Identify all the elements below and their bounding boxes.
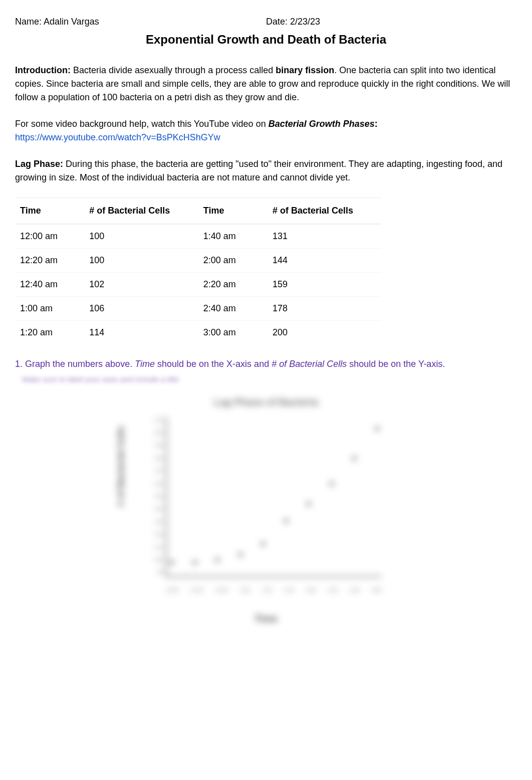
lag-phase-chart: Lag Phase of Bacteria # of Bacterial Cel… — [126, 392, 406, 622]
cell-count: 178 — [273, 302, 376, 315]
data-point — [260, 541, 265, 546]
th-time: Time — [20, 204, 89, 218]
lag-label: Lag Phase: — [15, 159, 63, 169]
video-colon: : — [375, 119, 378, 129]
date-field: Date: 2/23/23 — [256, 15, 517, 29]
data-point — [215, 557, 220, 562]
plot-area — [166, 417, 381, 577]
cell-time: 12:40 am — [20, 278, 89, 291]
chart-ylabel: # of Bacterial Cells — [114, 426, 128, 506]
cell-count: 106 — [89, 302, 193, 315]
table-row: 3:00 am 200 — [198, 320, 382, 344]
q-text-1: Graph the numbers above. — [25, 359, 135, 369]
x-tick: 12:40 — [215, 587, 228, 594]
table-row: 12:20 am 100 — [15, 248, 198, 272]
intro-text-1: Bacteria divide asexually through a proc… — [71, 65, 276, 75]
table-row: 1:40 am 131 — [198, 224, 382, 248]
x-tick: 3:00 — [371, 587, 381, 594]
date-label: Date: — [266, 17, 288, 27]
table-col-left: Time # of Bacterial Cells 12:00 am 100 1… — [15, 198, 198, 344]
cell-time: 1:20 am — [20, 326, 89, 339]
chart-title: Lag Phase of Bacteria — [214, 395, 319, 410]
y-ticks: 90100110120130140150160170180190200210 — [146, 417, 163, 577]
data-point — [352, 456, 357, 461]
lag-section: Lag Phase: During this phase, the bacter… — [15, 157, 517, 184]
y-tick: 120 — [146, 531, 163, 538]
cell-time: 3:00 am — [203, 326, 273, 339]
data-point — [306, 501, 311, 506]
y-tick: 140 — [146, 505, 163, 513]
header-row: Name: Adalin Vargas Date: 2/23/23 — [15, 15, 517, 29]
y-tick: 160 — [146, 480, 163, 488]
data-point — [375, 426, 380, 431]
y-tick: 210 — [146, 417, 163, 424]
table-row: 1:00 am 106 — [15, 296, 198, 320]
table-row: 2:00 am 144 — [198, 248, 382, 272]
table-header-row: Time # of Bacterial Cells — [198, 198, 382, 224]
table-header-row: Time # of Bacterial Cells — [15, 198, 198, 224]
intro-term: binary fission — [276, 65, 334, 75]
name-value: Adalin Vargas — [44, 17, 99, 27]
intro-section: Introduction: Bacteria divide asexually … — [15, 64, 517, 104]
table-col-right: Time # of Bacterial Cells 1:40 am 131 2:… — [198, 198, 382, 344]
cell-time: 2:40 am — [203, 302, 273, 315]
chart-container: Lag Phase of Bacteria # of Bacterial Cel… — [15, 392, 517, 622]
name-field: Name: Adalin Vargas — [15, 15, 256, 29]
data-point — [238, 552, 243, 557]
cell-time: 1:00 am — [20, 302, 89, 315]
cell-count: 131 — [273, 230, 376, 243]
y-tick: 190 — [146, 442, 163, 449]
q-text-2: should be on the X-axis and — [155, 359, 272, 369]
lag-text: During this phase, the bacteria are gett… — [15, 159, 502, 182]
q-cells-word: # of Bacterial Cells — [272, 359, 347, 369]
y-tick: 200 — [146, 429, 163, 437]
th-count: # of Bacterial Cells — [89, 204, 193, 218]
table-row: 12:40 am 102 — [15, 272, 198, 296]
th-time: Time — [203, 204, 273, 218]
y-tick: 110 — [146, 544, 163, 551]
cell-time: 12:20 am — [20, 254, 89, 267]
table-row: 12:00 am 100 — [15, 224, 198, 248]
cell-count: 159 — [273, 278, 376, 291]
cell-count: 102 — [89, 278, 193, 291]
cell-time: 2:20 am — [203, 278, 273, 291]
cell-time: 1:40 am — [203, 230, 273, 243]
y-tick: 100 — [146, 556, 163, 564]
x-ticks: 12:0012:2012:401:001:201:402:002:202:403… — [166, 587, 381, 594]
video-title: Bacterial Growth Phases — [269, 119, 375, 129]
x-tick: 1:00 — [240, 587, 249, 594]
cell-count: 200 — [273, 326, 376, 339]
x-tick: 12:20 — [190, 587, 203, 594]
table-row: 2:40 am 178 — [198, 296, 382, 320]
x-tick: 1:20 — [262, 587, 272, 594]
y-tick: 180 — [146, 455, 163, 462]
data-point — [329, 481, 334, 486]
question-1: 1. Graph the numbers above. Time should … — [15, 357, 517, 371]
x-tick: 12:00 — [166, 587, 178, 594]
x-tick: 2:40 — [350, 587, 359, 594]
data-table: Time # of Bacterial Cells 12:00 am 100 1… — [15, 198, 381, 344]
video-link[interactable]: https://www.youtube.com/watch?v=BsPKcHSh… — [15, 132, 220, 142]
table-row: 1:20 am 114 — [15, 320, 198, 344]
x-tick: 1:40 — [284, 587, 293, 594]
cell-time: 2:00 am — [203, 254, 273, 267]
th-count: # of Bacterial Cells — [273, 204, 376, 218]
x-tick: 2:00 — [306, 587, 315, 594]
name-label: Name: — [15, 17, 42, 27]
page-title: Exponential Growth and Death of Bacteria — [15, 31, 517, 49]
video-section: For some video background help, watch th… — [15, 117, 517, 144]
data-point — [192, 560, 197, 565]
cell-count: 114 — [89, 326, 193, 339]
q-text-3: should be on the Y-axis. — [347, 359, 445, 369]
chart-xlabel: Time — [254, 611, 278, 626]
intro-label: Introduction: — [15, 65, 71, 75]
y-tick: 150 — [146, 493, 163, 500]
date-value: 2/23/23 — [290, 17, 320, 27]
y-tick: 130 — [146, 518, 163, 526]
x-tick: 2:20 — [328, 587, 337, 594]
cell-count: 144 — [273, 254, 376, 267]
q-time-word: Time — [135, 359, 155, 369]
video-lead: For some video background help, watch th… — [15, 119, 269, 129]
cell-time: 12:00 am — [20, 230, 89, 243]
q-num: 1. — [15, 359, 25, 369]
